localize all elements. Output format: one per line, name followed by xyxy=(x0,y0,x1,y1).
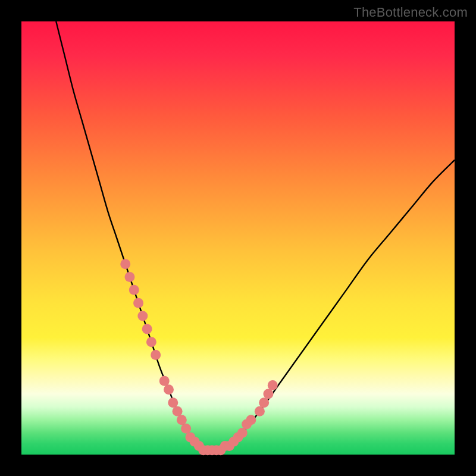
highlighted-point xyxy=(159,376,170,386)
highlighted-point xyxy=(125,272,135,282)
chart-gradient-background xyxy=(21,21,455,455)
highlighted-point xyxy=(168,397,178,408)
highlighted-point xyxy=(120,259,130,269)
watermark-text: TheBottleneck.com xyxy=(353,5,468,20)
highlighted-point xyxy=(173,406,183,416)
highlighted-point xyxy=(142,324,152,334)
bottleneck-curve xyxy=(56,21,455,452)
highlighted-point xyxy=(129,285,139,295)
chart-svg xyxy=(21,21,455,455)
highlighted-point xyxy=(237,428,248,438)
highlighted-point xyxy=(181,424,191,434)
highlighted-point xyxy=(246,415,256,425)
highlighted-point xyxy=(263,389,273,399)
highlighted-point xyxy=(255,406,265,416)
highlighted-point xyxy=(137,311,148,321)
highlighted-points-group xyxy=(120,259,278,455)
highlighted-point xyxy=(151,350,161,360)
highlighted-point xyxy=(133,298,143,308)
highlighted-point xyxy=(146,337,156,347)
highlighted-point xyxy=(259,397,269,408)
highlighted-point xyxy=(268,380,278,390)
highlighted-point xyxy=(164,384,174,394)
highlighted-point xyxy=(177,415,187,425)
